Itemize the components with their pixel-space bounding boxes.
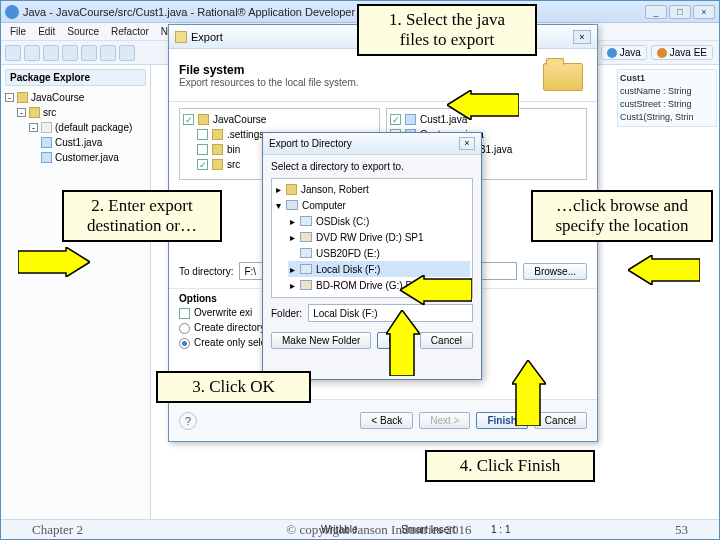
slide-footer: Chapter 2 © copyright Janson Industries …: [0, 522, 720, 538]
tree-file[interactable]: Customer.java: [41, 150, 146, 165]
browse-buttons: Make New Folder OK Cancel: [263, 328, 481, 353]
toolbar-icon[interactable]: [43, 45, 59, 61]
outline-field: custStreet : String: [620, 98, 714, 111]
browse-item[interactable]: USB20FD (E:): [288, 245, 470, 261]
tree-package[interactable]: -(default package): [29, 120, 146, 135]
dvd-icon: [300, 280, 312, 290]
browse-dialog: Export to Directory × Select a directory…: [262, 132, 482, 380]
app-icon: [5, 5, 19, 19]
checkbox-icon[interactable]: [197, 144, 208, 155]
browse-item[interactable]: ▸Janson, Robert: [274, 181, 470, 197]
toolbar-icon[interactable]: [81, 45, 97, 61]
slide-page: 53: [675, 522, 688, 538]
package-explorer: Package Explore -JavaCourse -src -(defau…: [1, 65, 151, 519]
view-title: Package Explore: [5, 69, 146, 86]
to-directory-label: To directory:: [179, 266, 233, 277]
help-button[interactable]: ?: [179, 412, 197, 430]
browse-item[interactable]: ▾Computer: [274, 197, 470, 213]
perspective-java[interactable]: Java: [601, 45, 647, 60]
checkbox-icon[interactable]: ✓: [197, 159, 208, 170]
project-tree: -JavaCourse -src -(default package) Cust…: [5, 90, 146, 165]
svg-marker-0: [447, 90, 519, 120]
export-title-text: Export: [191, 31, 223, 43]
annotation-1: 1. Select the java files to export: [357, 4, 537, 56]
checkbox-icon[interactable]: [197, 129, 208, 140]
java-file-icon: [41, 152, 52, 163]
arrow-icon: [400, 275, 472, 305]
svg-marker-4: [386, 310, 420, 376]
svg-marker-5: [512, 360, 546, 426]
checkbox-icon[interactable]: ✓: [183, 114, 194, 125]
browse-item[interactable]: ▸OSDisk (C:): [288, 213, 470, 229]
perspective-switcher: Java Java EE: [601, 45, 713, 60]
browse-button[interactable]: Browse...: [523, 263, 587, 280]
toggle-icon[interactable]: -: [17, 108, 26, 117]
toggle-icon[interactable]: -: [29, 123, 38, 132]
close-button[interactable]: ×: [693, 5, 715, 19]
svg-marker-2: [628, 255, 700, 285]
outline-box: Cust1 custName : String custStreet : Str…: [617, 69, 717, 127]
annotation-4: 3. Click OK: [156, 371, 311, 403]
outline-method: Cust1(String, Strin: [620, 111, 714, 124]
menu-file[interactable]: File: [5, 25, 31, 38]
tree-row[interactable]: ✓JavaCourse: [183, 112, 376, 127]
chevron-right-icon: ▸: [288, 216, 296, 227]
arrow-icon: [447, 90, 519, 120]
export-close-button[interactable]: ×: [573, 30, 591, 44]
folder-icon: [212, 159, 223, 170]
next-button[interactable]: Next >: [419, 412, 470, 429]
toolbar-icon[interactable]: [100, 45, 116, 61]
browse-item[interactable]: ▸DVD RW Drive (D:) SP1: [288, 229, 470, 245]
minimize-button[interactable]: _: [645, 5, 667, 19]
project-icon: [17, 92, 28, 103]
drive-icon: [300, 216, 312, 226]
outline-class: Cust1: [620, 72, 714, 85]
new-folder-button[interactable]: Make New Folder: [271, 332, 371, 349]
browse-close-button[interactable]: ×: [459, 137, 475, 150]
menu-refactor[interactable]: Refactor: [106, 25, 154, 38]
project-icon: [198, 114, 209, 125]
menu-source[interactable]: Source: [62, 25, 104, 38]
browse-cancel-button[interactable]: Cancel: [420, 332, 473, 349]
toolbar-icon[interactable]: [119, 45, 135, 61]
window-title: Java - JavaCourse/src/Cust1.java - Ratio…: [23, 6, 645, 18]
menu-edit[interactable]: Edit: [33, 25, 60, 38]
java-file-icon: [405, 114, 416, 125]
back-button[interactable]: < Back: [360, 412, 413, 429]
toolbar-icon[interactable]: [62, 45, 78, 61]
annotation-5: 4. Click Finish: [425, 450, 595, 482]
annotation-3: …click browse and specify the location: [531, 190, 713, 242]
annotation-2: 2. Enter export destination or…: [62, 190, 222, 242]
outline-field: custName : String: [620, 85, 714, 98]
folder-icon: [212, 144, 223, 155]
slide-copyright: © copyright Janson Industries 2016: [286, 522, 471, 538]
slide-chapter: Chapter 2: [32, 522, 83, 538]
perspective-jee[interactable]: Java EE: [651, 45, 713, 60]
package-icon: [41, 122, 52, 133]
tree-project[interactable]: -JavaCourse: [5, 90, 146, 105]
browse-message: Select a directory to export to.: [263, 155, 481, 178]
chevron-right-icon: ▸: [288, 280, 296, 291]
outline-view: Cust1 custName : String custStreet : Str…: [617, 69, 717, 127]
checkbox-icon[interactable]: ✓: [390, 114, 401, 125]
svg-marker-1: [18, 247, 90, 277]
tree-file[interactable]: Cust1.java: [41, 135, 146, 150]
arrow-icon: [18, 247, 90, 277]
jee-icon: [657, 48, 667, 58]
export-icon: [175, 31, 187, 43]
radio-icon[interactable]: [179, 323, 190, 334]
tree-src[interactable]: -src: [17, 105, 146, 120]
browse-title: Export to Directory: [269, 138, 352, 149]
export-heading: File system: [179, 63, 244, 77]
toolbar-icon[interactable]: [24, 45, 40, 61]
toggle-icon[interactable]: -: [5, 93, 14, 102]
computer-icon: [286, 200, 298, 210]
checkbox-icon[interactable]: [179, 308, 190, 319]
export-header: File system Export resources to the loca…: [169, 49, 597, 102]
radio-icon[interactable]: [179, 338, 190, 349]
dvd-icon: [300, 232, 312, 242]
toolbar-icon[interactable]: [5, 45, 21, 61]
folder-icon: [29, 107, 40, 118]
chevron-right-icon: ▸: [288, 264, 296, 275]
maximize-button[interactable]: □: [669, 5, 691, 19]
